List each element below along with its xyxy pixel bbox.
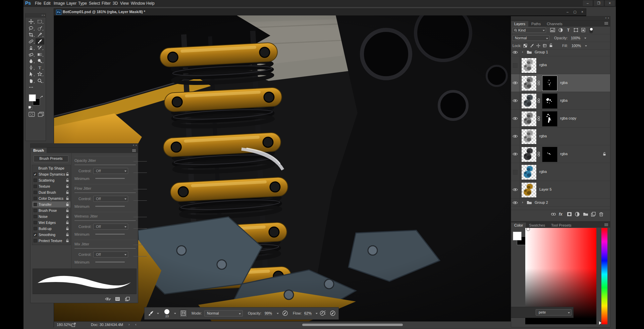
quick-selection-tool[interactable] [36,25,44,32]
brush-tool-icon[interactable] [148,311,154,316]
visibility-toggle[interactable] [511,145,520,163]
layer-row-group2[interactable]: › Group 2 [511,199,610,207]
zoom-tool[interactable] [36,78,44,84]
path-selection-tool[interactable] [27,71,36,77]
filter-type-layers-icon[interactable]: T [566,28,571,32]
lock-all-icon[interactable] [549,43,553,48]
custom-shape-tool[interactable] [36,71,44,77]
control-dropdown[interactable]: Off [93,224,128,230]
expand-arrow-icon[interactable]: › [522,50,523,54]
preset-dropdown[interactable]: pete [536,309,572,316]
layer-style-icon[interactable]: fx [559,212,562,217]
export-icon[interactable] [71,323,76,327]
move-tool[interactable] [27,18,36,25]
menu-view[interactable]: View [120,1,129,6]
eyedropper-tool[interactable] [36,32,44,38]
checkbox[interactable] [34,239,37,242]
layer-thumbnail[interactable] [521,147,537,162]
brush-preview-toggle-icon[interactable] [105,297,111,301]
restore-button[interactable]: ❐ [593,0,604,6]
tab-channels[interactable]: Channels [544,21,565,27]
lasso-tool[interactable] [27,25,36,32]
layer-thumbnail[interactable] [521,111,537,127]
checkbox[interactable] [34,215,37,218]
checkbox[interactable] [34,227,37,230]
visibility-toggle[interactable] [511,110,520,127]
lock-pixels-icon[interactable] [530,44,534,48]
checkbox[interactable] [34,191,37,194]
menu-image[interactable]: Image [54,1,65,6]
more-tools-button[interactable] [27,84,36,90]
airbrush-icon[interactable] [320,310,326,316]
checkbox[interactable] [34,203,37,206]
layer-thumbnail[interactable] [521,164,537,180]
brush-panel-tab[interactable]: Brush [31,148,47,153]
panel-menu-icon[interactable] [132,149,136,152]
pressure-opacity-icon[interactable] [282,310,288,316]
doc-minimize-button[interactable]: – [564,9,571,15]
brush-tool[interactable] [36,38,44,45]
dodge-tool[interactable] [36,58,44,64]
pressure-size-icon[interactable] [330,310,336,316]
foreground-color-well[interactable] [513,232,522,240]
flow-value[interactable]: 62% [304,311,312,316]
visibility-toggle[interactable] [511,199,520,206]
zoom-level-field[interactable]: 180.52% [57,323,71,327]
brush-option-row-transfer[interactable]: Transfer [32,201,70,207]
minimum-slider[interactable] [95,234,125,235]
layer-row[interactable]: rgba [511,128,610,145]
gradient-tool[interactable] [36,51,44,58]
layer-row-group1[interactable]: › Group 1 [511,48,610,56]
layer-row-locked[interactable]: rgba [511,145,610,163]
filter-smart-objects-icon[interactable] [581,28,585,32]
checkbox[interactable] [34,209,37,212]
layer-row-selected[interactable]: rgba [511,74,610,92]
brush-option-row[interactable]: Build-up [32,226,70,232]
close-button[interactable]: × [604,0,615,6]
checkbox[interactable] [34,197,37,200]
mask-link-icon[interactable] [537,151,540,157]
mask-link-icon[interactable] [537,80,540,86]
visibility-toggle[interactable] [511,48,520,56]
foreground-color-swatch[interactable] [29,94,36,101]
hue-slider[interactable] [601,228,607,324]
hand-tool[interactable] [27,78,36,84]
menu-help[interactable]: Help [146,1,155,6]
toolbar-header[interactable]: « × [25,14,46,17]
expand-arrow-icon[interactable]: › [522,200,523,204]
panel-menu-icon[interactable] [604,224,608,226]
quick-mask-mode-icon[interactable] [29,112,35,118]
mask-link-icon[interactable] [537,116,540,121]
brush-option-row[interactable]: Color Dynamics [32,195,70,201]
menu-select[interactable]: Select [89,1,100,6]
default-colors-icon[interactable] [28,105,32,111]
brush-option-row[interactable]: Noise [32,214,70,220]
mode-dropdown[interactable]: Normal [204,310,243,317]
new-layer-icon[interactable] [591,212,596,217]
link-layers-icon[interactable] [551,212,556,217]
type-tool[interactable]: T [36,64,44,71]
menu-layer[interactable]: Layer [66,1,76,6]
checkbox[interactable] [34,221,37,224]
visibility-toggle[interactable] [511,128,520,145]
jitter-slider[interactable] [74,220,136,221]
status-prev-arrow[interactable]: ‹ [135,322,137,326]
blend-mode-dropdown[interactable]: Normal [513,35,549,41]
brush-option-row[interactable]: Smoothing [32,232,70,238]
adjustment-layer-icon[interactable] [575,212,580,217]
delete-layer-icon[interactable] [599,212,603,217]
layer-mask-thumbnail[interactable] [542,93,557,109]
blur-tool[interactable] [27,58,36,64]
filter-shape-layers-icon[interactable] [574,28,578,32]
opacity-dropdown-arrow[interactable] [277,313,279,315]
layer-mask-thumbnail[interactable] [542,76,557,91]
doc-close-button[interactable]: × [579,9,586,15]
brush-option-row[interactable]: Texture [32,183,70,189]
visibility-toggle[interactable] [511,74,520,92]
layer-thumbnail[interactable] [521,182,537,198]
menu-3d[interactable]: 3D [113,1,118,6]
doc-maximize-button[interactable]: ▢ [571,9,579,15]
visibility-toggle[interactable] [511,56,520,74]
checkbox[interactable] [34,179,37,182]
clone-stamp-tool[interactable] [27,45,36,51]
